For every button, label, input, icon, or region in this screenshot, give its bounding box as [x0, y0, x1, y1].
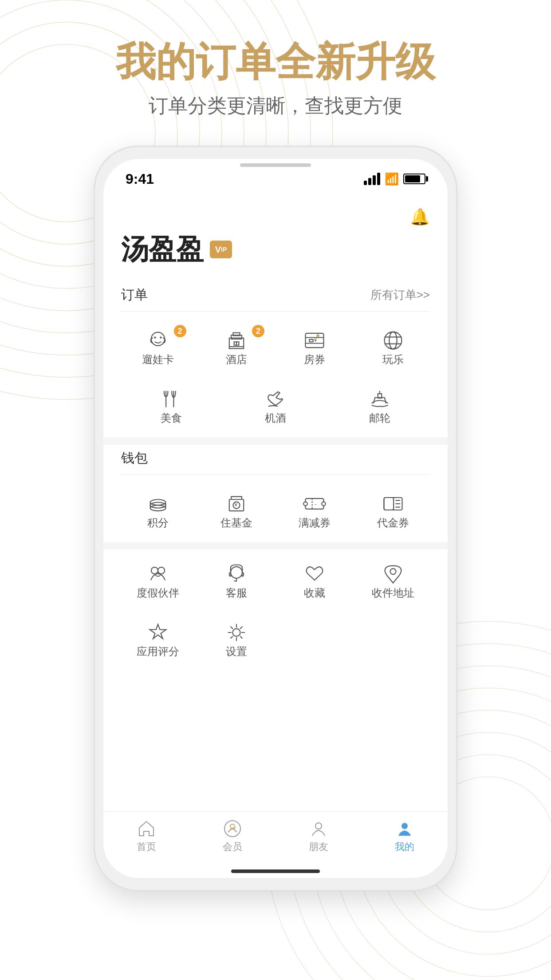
nav-item-member[interactable]: VIP 会员 [223, 819, 242, 854]
partner-icon [146, 562, 170, 586]
wallet-label-voucher: 代金券 [377, 516, 409, 530]
phone-screen: 9:41 📶 🔔 [103, 159, 448, 878]
address-icon [381, 562, 405, 586]
bottom-nav: 首页 VIP 会员 [103, 811, 448, 865]
baby-card-icon [146, 328, 170, 352]
nav-item-home[interactable]: 首页 [137, 819, 156, 854]
order-item-hotel[interactable]: 2 酒店 [200, 320, 274, 375]
top-title-area: 我的订单全新升级 订单分类更清晰，查找更方便 [116, 0, 435, 119]
favorites-icon [303, 562, 327, 586]
username-area: 汤盈盈 VIP [121, 231, 430, 268]
order-item-cruise[interactable]: 邮轮 [330, 379, 430, 433]
housing-fund-icon: ¥ [224, 492, 248, 516]
service-item-favorites[interactable]: 收藏 [278, 554, 352, 608]
order-item-baby-card[interactable]: 2 遛娃卡 [121, 320, 195, 375]
flight-hotel-icon [264, 387, 287, 411]
page-wrapper: 我的订单全新升级 订单分类更清晰，查找更方便 9:41 📶 [0, 0, 551, 980]
orders-title: 订单 [121, 286, 148, 304]
svg-rect-57 [384, 498, 394, 510]
service-item-customer-service[interactable]: 客服 [200, 554, 274, 608]
home-nav-icon [137, 819, 156, 838]
svg-rect-29 [309, 340, 313, 342]
service-label-partner: 度假伙伴 [137, 586, 179, 600]
empty-slot-1 [278, 612, 352, 667]
voucher-icon [381, 492, 405, 516]
svg-rect-22 [233, 333, 240, 336]
svg-point-63 [158, 567, 165, 574]
bell-icon[interactable]: 🔔 [410, 208, 430, 226]
service-label-address: 收件地址 [372, 586, 414, 600]
hotel-icon [224, 328, 248, 352]
status-time: 9:41 [126, 171, 154, 187]
service-item-address[interactable]: 收件地址 [356, 554, 430, 608]
rating-icon [146, 620, 170, 644]
svg-point-71 [315, 823, 322, 829]
food-icon [159, 387, 183, 411]
svg-point-18 [154, 336, 156, 338]
section-divider-2 [103, 542, 448, 549]
svg-point-30 [317, 335, 319, 336]
svg-point-19 [160, 336, 162, 338]
signal-icon [364, 173, 380, 185]
svg-point-72 [401, 823, 408, 829]
status-bar: 9:41 📶 [103, 159, 448, 199]
service-label-settings: 设置 [226, 644, 247, 659]
services-row-1: 度假伙伴 客服 [121, 554, 430, 608]
mine-nav-icon [395, 819, 414, 838]
section-divider-1 [103, 438, 448, 445]
wifi-icon: 📶 [385, 172, 399, 186]
wallet-item-points[interactable]: 积分 [121, 484, 195, 538]
nav-item-mine[interactable]: 我的 [395, 819, 414, 854]
service-item-partner[interactable]: 度假伙伴 [121, 554, 195, 608]
service-item-settings[interactable]: 设置 [200, 612, 274, 667]
services-row-2: 应用评分 设置 [121, 612, 430, 667]
wallet-title: 钱包 [121, 449, 148, 467]
orders-row-2: 美食 机酒 [121, 379, 430, 433]
order-label-cruise: 邮轮 [369, 411, 390, 425]
svg-point-17 [151, 332, 165, 346]
order-label-room-voucher: 房券 [304, 352, 325, 367]
svg-point-65 [390, 569, 396, 574]
svg-point-62 [151, 567, 158, 574]
order-item-play[interactable]: 玩乐 [356, 320, 430, 375]
member-nav-icon: VIP [223, 819, 242, 838]
service-label-favorites: 收藏 [304, 586, 325, 600]
wallet-label-housing-fund: 住基金 [220, 516, 252, 530]
wallet-item-voucher[interactable]: 代金券 [356, 484, 430, 538]
orders-row-1: 2 遛娃卡 2 [121, 320, 430, 375]
svg-text:¥: ¥ [314, 337, 317, 343]
cruise-icon [368, 387, 392, 411]
order-label-baby-card: 遛娃卡 [142, 352, 174, 367]
wallet-section-header: 钱包 [121, 449, 430, 475]
order-label-flight-hotel: 机酒 [265, 411, 286, 425]
settings-icon [224, 620, 248, 644]
page-main-title: 我的订单全新升级 [116, 40, 435, 84]
discount-icon: - [303, 492, 327, 516]
wallet-item-discount[interactable]: - 满减券 [278, 484, 352, 538]
page-subtitle: 订单分类更清晰，查找更方便 [116, 93, 435, 119]
bell-row: 🔔 [121, 208, 430, 226]
badge-baby-card: 2 [174, 325, 186, 337]
svg-point-32 [384, 332, 401, 349]
nav-item-friends[interactable]: 朋友 [309, 819, 328, 854]
order-item-room-voucher[interactable]: ¥ 房券 [278, 320, 352, 375]
svg-text:VIP: VIP [231, 827, 236, 830]
vip-badge: VIP [210, 241, 232, 258]
points-icon [146, 492, 170, 516]
svg-marker-66 [150, 624, 166, 639]
order-label-food: 美食 [161, 411, 182, 425]
svg-point-52 [303, 502, 307, 506]
service-item-rating[interactable]: 应用评分 [121, 612, 195, 667]
wallet-grid: 积分 ¥ 住基金 [121, 484, 430, 538]
wallet-label-points: 积分 [147, 516, 169, 530]
screen-content[interactable]: 🔔 汤盈盈 VIP 订单 所有订单>> [103, 199, 448, 811]
service-label-rating: 应用评分 [137, 644, 179, 659]
order-item-food[interactable]: 美食 [121, 379, 221, 433]
room-voucher-icon: ¥ [303, 328, 327, 352]
customer-service-icon [224, 562, 248, 586]
orders-link[interactable]: 所有订单>> [370, 287, 430, 303]
play-icon [381, 328, 405, 352]
svg-point-53 [322, 502, 326, 506]
order-item-flight-hotel[interactable]: 机酒 [225, 379, 325, 433]
wallet-item-housing-fund[interactable]: ¥ 住基金 [200, 484, 274, 538]
